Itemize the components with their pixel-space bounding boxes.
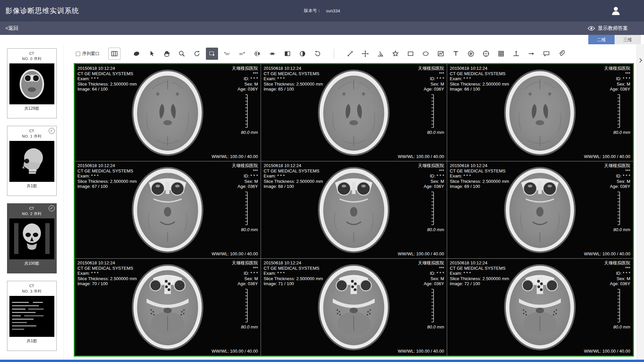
- show-teacher-answer-button[interactable]: 显示教师答案: [588, 25, 628, 32]
- viewport-cell-8[interactable]: 20150618 10:12:24CT GE MEDICAL SYSTEMSEx…: [261, 259, 447, 356]
- overlay-exam: Exam: * * *: [264, 271, 323, 276]
- flip-horizontal-tool-button[interactable]: [251, 48, 263, 60]
- reset-tool-button[interactable]: [312, 48, 324, 60]
- ruler-ticks: [244, 94, 249, 128]
- overlay-datetime: 20150618 10:12:24: [450, 260, 509, 266]
- series-window-label: 序列窗口: [82, 51, 100, 57]
- overlay-image-number: Image: 72 / 100: [450, 281, 509, 287]
- overlay-patient-info: 天堰模拟医院***ID: * * *Sex: MAge: 036Y: [418, 260, 444, 287]
- histogram-icon: [437, 50, 444, 57]
- series-modality: CT: [7, 284, 56, 288]
- horizontal-scrollbar[interactable]: [0, 360, 644, 362]
- series-window-checkbox[interactable]: 序列窗口: [76, 51, 100, 57]
- angle-measure-tool-button[interactable]: [374, 48, 386, 60]
- overlay-device: CT GE MEDICAL SYSTEMS: [264, 266, 323, 271]
- scale-label: 80.0 mm: [427, 130, 444, 135]
- ellipse-roi-tool-button[interactable]: [420, 48, 432, 60]
- viewport-cell-7[interactable]: 20150618 10:12:24CT GE MEDICAL SYSTEMSEx…: [75, 259, 261, 356]
- view-mode-tabs: 二维 三维: [0, 35, 644, 44]
- overlay-sex: Sex: M: [232, 82, 258, 87]
- overlay-hospital: 天堰模拟医院: [232, 260, 258, 266]
- reset-icon: [314, 50, 321, 57]
- scale-label: 80.0 mm: [241, 324, 258, 330]
- user-avatar-button[interactable]: [609, 4, 623, 17]
- overlay-sex: Sex: M: [418, 276, 444, 281]
- point-locator-tool-button[interactable]: [480, 48, 492, 60]
- overlay-window-level: WW/WL: 100.00 / 40.00: [212, 251, 258, 257]
- rotate-tool-button[interactable]: [191, 48, 203, 60]
- overlay-study-info: 20150618 10:12:24CT GE MEDICAL SYSTEMSEx…: [77, 163, 137, 189]
- overlay-exam: Exam: * * *: [264, 76, 323, 82]
- overlay-patient-name: ***: [604, 266, 630, 271]
- overlay-datetime: 20150618 10:12:24: [77, 66, 137, 71]
- overlay-sex: Sex: M: [232, 276, 258, 281]
- ellipse-mask-icon: [133, 50, 140, 57]
- overlay-patient-id: ID: * * *: [604, 271, 630, 276]
- invert-tool-button[interactable]: [281, 48, 293, 60]
- arrow-tool-button[interactable]: [525, 48, 537, 60]
- zoom-tool-button[interactable]: [176, 48, 188, 60]
- annotation-tool-group: [344, 48, 568, 60]
- rotate-left-90-tool-button[interactable]: 90°: [221, 48, 233, 60]
- pointer-tool-button[interactable]: [146, 48, 158, 60]
- ellipse-mask-tool-button[interactable]: [130, 48, 143, 60]
- svg-text:90°: 90°: [239, 52, 244, 56]
- comment-tool-button[interactable]: [540, 48, 552, 60]
- histogram-tool-button[interactable]: [435, 48, 447, 60]
- roi-window-icon: [208, 50, 216, 57]
- ruler-ticks: [430, 192, 435, 225]
- main-area: 序列窗口90°90° 20150618 10:12:24CT GE MEDICA…: [64, 44, 637, 360]
- line-measure-tool-button[interactable]: [344, 48, 356, 60]
- overlay-device: CT GE MEDICAL SYSTEMS: [77, 168, 137, 174]
- scale-label: 80.0 mm: [613, 130, 630, 135]
- back-button[interactable]: <返回: [5, 25, 18, 32]
- grid-overlay-tool-button[interactable]: [495, 48, 507, 60]
- series-card-0[interactable]: CTNO. 0 序列共129图: [7, 48, 57, 118]
- rotate-right-90-tool-button[interactable]: 90°: [236, 48, 248, 60]
- tab-3d[interactable]: 三维: [614, 35, 641, 44]
- flip-vertical-tool-button[interactable]: [266, 48, 278, 60]
- attachment-tool-button[interactable]: [555, 48, 568, 60]
- overlay-datetime: 20150618 10:12:24: [264, 66, 323, 71]
- series-card-1[interactable]: CTNO. 1 序列✓共1图: [7, 126, 57, 196]
- tab-2d[interactable]: 二维: [588, 35, 614, 44]
- viewport-cell-4[interactable]: 20150618 10:12:24CT GE MEDICAL SYSTEMSEx…: [75, 161, 261, 258]
- series-card-3[interactable]: CTNO. 3 序列共1图: [7, 281, 57, 351]
- viewport-cell-1[interactable]: 20150618 10:12:24CT GE MEDICAL SYSTEMSEx…: [75, 64, 261, 161]
- star-marker-tool-button[interactable]: [389, 48, 401, 60]
- circle-notes-tool-button[interactable]: [465, 48, 477, 60]
- viewport-cell-9[interactable]: 20150618 10:12:24CT GE MEDICAL SYSTEMSEx…: [447, 259, 633, 356]
- text-tool-button[interactable]: [450, 48, 462, 60]
- overlay-study-info: 20150618 10:12:24CT GE MEDICAL SYSTEMSEx…: [450, 66, 509, 92]
- ruler-ticks: [430, 94, 435, 128]
- sub-header: <返回 显示教师答案: [0, 21, 644, 35]
- checkmark-icon: ✓: [49, 128, 55, 134]
- viewport-cell-3[interactable]: 20150618 10:12:24CT GE MEDICAL SYSTEMSEx…: [447, 64, 633, 161]
- overlay-device: CT GE MEDICAL SYSTEMS: [264, 71, 323, 76]
- series-sidebar: CTNO. 0 序列共129图CTNO. 1 序列✓共1图CTNO. 2 序列✓…: [0, 44, 64, 360]
- viewport-cell-6[interactable]: 20150618 10:12:24CT GE MEDICAL SYSTEMSEx…: [447, 161, 633, 258]
- scale-ruler: [616, 192, 621, 226]
- overlay-hospital: 天堰模拟医院: [232, 66, 258, 71]
- eye-icon: [588, 26, 595, 31]
- overlay-device: CT GE MEDICAL SYSTEMS: [264, 168, 323, 174]
- circle-notes-icon: [467, 50, 475, 57]
- layout-select-button[interactable]: [108, 48, 120, 60]
- ruler-ticks: [616, 192, 621, 225]
- move-cross-tool-button[interactable]: [359, 48, 371, 60]
- viewport-cell-2[interactable]: 20150618 10:12:24CT GE MEDICAL SYSTEMSEx…: [261, 64, 447, 161]
- overlay-age: Age: 036Y: [418, 184, 444, 189]
- series-card-2[interactable]: CTNO. 2 序列✓共100图: [7, 203, 57, 273]
- window-level-tool-button[interactable]: [297, 48, 309, 60]
- roi-window-tool-button[interactable]: [206, 48, 218, 60]
- pan-tool-button[interactable]: [161, 48, 173, 60]
- collapse-panel-arrow-icon[interactable]: [639, 58, 642, 63]
- perpendicular-tool-button[interactable]: [510, 48, 522, 60]
- overlay-window-level: WW/WL: 100.00 / 40.00: [212, 349, 258, 354]
- checkmark-icon: ✓: [49, 205, 55, 211]
- star-marker-icon: [392, 50, 399, 57]
- rect-roi-tool-button[interactable]: [405, 48, 417, 60]
- viewport-cell-5[interactable]: 20150618 10:12:24CT GE MEDICAL SYSTEMSEx…: [261, 161, 447, 258]
- perpendicular-icon: [513, 50, 520, 57]
- overlay-slice-thickness: Slice Thickness: 2.500000 mm: [450, 179, 509, 184]
